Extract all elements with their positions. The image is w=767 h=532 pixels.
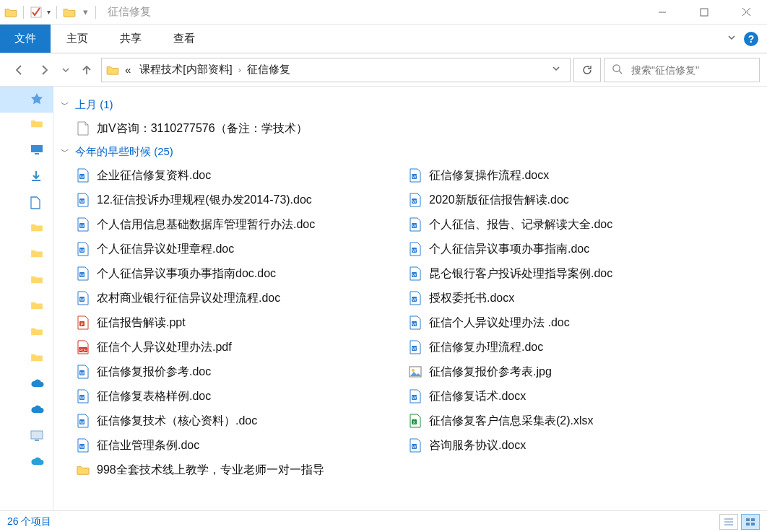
ribbon-tab-share[interactable]: 共享 [104, 25, 157, 53]
file-item[interactable]: 998全套技术线上教学，专业老师一对一指导 [61, 458, 393, 482]
file-item[interactable]: W征信修复表格样例.doc [61, 384, 393, 409]
refresh-button[interactable] [573, 58, 601, 82]
svg-text:P: P [80, 322, 83, 326]
svg-text:PDF: PDF [79, 348, 87, 352]
breadcrumb-segment[interactable]: 征信修复 [244, 63, 293, 77]
file-item[interactable]: W农村商业银行征信异议处理流程.doc [61, 286, 393, 310]
svg-point-52 [412, 369, 415, 372]
doc-icon: W [409, 242, 422, 256]
file-item[interactable]: W征信业管理条例.doc [61, 433, 393, 458]
chevron-right-icon[interactable]: › [238, 64, 241, 75]
file-item[interactable]: 加V咨询：3110277576（备注：学技术） [61, 116, 764, 141]
file-item[interactable]: W个人征信、报告、记录解读大全.doc [393, 212, 725, 237]
file-name: 昆仑银行客户投诉处理指导案例.doc [429, 266, 612, 282]
maximize-button[interactable] [683, 0, 725, 25]
file-item[interactable]: W征信修复报价参考.doc [61, 359, 393, 384]
checkbox-icon[interactable] [30, 5, 43, 19]
file-item[interactable]: W征信修复技术（核心资料）.doc [61, 409, 393, 433]
recent-dropdown-icon[interactable] [59, 58, 72, 82]
sidebar-item[interactable] [0, 269, 53, 295]
file-item[interactable]: W个人征信异议处理章程.doc [61, 237, 393, 261]
file-item[interactable]: W个人信用信息基础数据库管理暂行办法.doc [61, 212, 393, 237]
thumbnails-view-button[interactable] [741, 514, 760, 530]
file-item[interactable]: W授权委托书.docx [393, 286, 725, 310]
folder-icon [30, 118, 45, 133]
doc-icon: W [77, 291, 90, 305]
details-view-button[interactable] [719, 514, 738, 530]
file-list[interactable]: ﹀上月 (1)加V咨询：3110277576（备注：学技术）﹀今年的早些时候 (… [53, 87, 767, 510]
sidebar-item[interactable] [0, 398, 53, 424]
downloads-icon [30, 170, 45, 185]
file-name: 加V咨询：3110277576（备注：学技术） [97, 121, 308, 136]
group-header[interactable]: ﹀今年的早些时候 (25) [61, 141, 764, 163]
file-item[interactable]: W征信修复话术.docx [393, 384, 725, 409]
file-item[interactable]: W企业征信修复资料.doc [61, 163, 393, 188]
file-item[interactable]: W12.征信投诉办理规程(银办发2014-73).doc [61, 188, 393, 212]
doc-icon: W [77, 193, 90, 207]
qat-dropdown-icon[interactable]: ▾ [47, 8, 51, 16]
status-bar: 26 个项目 [0, 510, 767, 532]
close-button[interactable] [725, 0, 767, 25]
ribbon-tab-view[interactable]: 查看 [157, 25, 211, 53]
search-box[interactable] [604, 58, 760, 82]
breadcrumb-segment[interactable]: 课程技术[内部资料] [136, 63, 235, 77]
sidebar-item[interactable] [0, 372, 53, 398]
address-bar[interactable]: « 课程技术[内部资料] › 征信修复 [101, 58, 571, 82]
jpg-icon [409, 365, 422, 379]
svg-rect-8 [35, 153, 39, 154]
file-item[interactable]: W征信修复办理流程.doc [393, 335, 725, 359]
ribbon-tab-home[interactable]: 主页 [51, 25, 104, 53]
file-item[interactable]: X征信修复客户信息采集表(2).xlsx [393, 409, 725, 433]
sidebar-item[interactable] [0, 450, 53, 476]
svg-text:X: X [412, 420, 415, 424]
sidebar-item[interactable] [0, 243, 53, 269]
file-item[interactable]: W昆仑银行客户投诉处理指导案例.doc [393, 261, 725, 286]
folder-icon [77, 463, 90, 477]
file-item[interactable]: PDF征信个人异议处理办法.pdf [61, 335, 393, 359]
sidebar-item[interactable] [0, 87, 53, 113]
file-item[interactable]: W征信修复操作流程.docx [393, 163, 725, 188]
file-item[interactable]: W个人征信异议事项办事指南doc.doc [61, 261, 393, 286]
file-item[interactable]: P征信报告解读.ppt [61, 310, 393, 335]
svg-text:W: W [412, 224, 417, 228]
chevron-down-icon[interactable] [551, 64, 561, 76]
sidebar-item[interactable] [0, 139, 53, 165]
sidebar-item[interactable] [0, 191, 53, 217]
file-name: 个人征信异议事项办事指南doc.doc [97, 266, 276, 282]
file-item[interactable]: W征信个人异议处理办法 .doc [393, 310, 725, 335]
doc-icon: W [409, 217, 422, 232]
documents-icon [30, 196, 45, 211]
help-button[interactable]: ? [744, 32, 758, 46]
search-input[interactable] [630, 64, 752, 77]
file-tab[interactable]: 文件 [0, 25, 51, 53]
sidebar-item[interactable] [0, 217, 53, 243]
sidebar-item[interactable] [0, 165, 53, 191]
back-button[interactable] [7, 58, 30, 82]
content-area: ▴ ﹀上月 (1)加V咨询：3110277576（备注：学技术）﹀今年的早些时候… [0, 87, 767, 510]
file-name: 征信个人异议处理办法.pdf [97, 340, 232, 355]
group-header[interactable]: ﹀上月 (1) [61, 94, 764, 116]
file-name: 征信修复客户信息采集表(2).xlsx [429, 414, 594, 429]
svg-text:W: W [80, 273, 84, 277]
file-item[interactable]: W2020新版征信报告解读.doc [393, 188, 725, 212]
doc-icon: W [77, 438, 90, 453]
forward-button[interactable] [33, 58, 56, 82]
navigation-pane[interactable]: ▴ [0, 87, 53, 510]
sidebar-item[interactable] [0, 424, 53, 450]
up-button[interactable] [75, 58, 98, 82]
file-item[interactable]: W咨询服务协议.docx [393, 433, 725, 458]
file-item[interactable]: W个人征信异议事项办事指南.doc [393, 237, 725, 261]
sidebar-item[interactable] [0, 295, 53, 320]
chevron-down-icon: ﹀ [61, 146, 71, 158]
doc-icon: W [409, 291, 422, 305]
file-name: 个人信用信息基础数据库管理暂行办法.doc [97, 217, 315, 232]
sidebar-item[interactable] [0, 346, 53, 372]
sidebar-item[interactable] [0, 320, 53, 346]
ribbon-expand-icon[interactable] [727, 32, 737, 45]
file-item[interactable]: 征信修复报价参考表.jpg [393, 359, 725, 384]
minimize-button[interactable] [641, 0, 683, 25]
chevron-down-icon[interactable]: ▾ [83, 6, 88, 17]
file-name: 征信修复办理流程.doc [429, 340, 543, 355]
sidebar-item[interactable] [0, 113, 53, 139]
svg-rect-9 [31, 431, 43, 439]
